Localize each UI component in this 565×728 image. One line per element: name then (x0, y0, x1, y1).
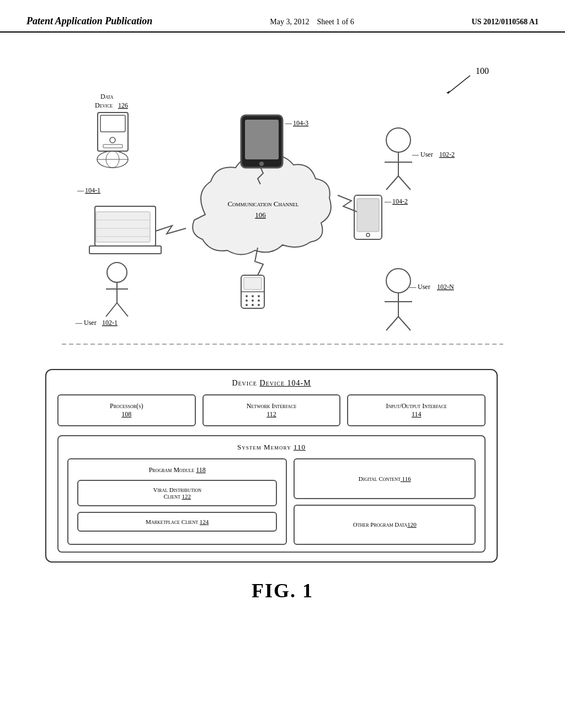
page-header: Patent Application Publication May 3, 20… (0, 0, 565, 33)
processor-row: Processor(s) 108 Network Interface 112 I… (57, 394, 486, 426)
patent-number: US 2012/0110568 A1 (472, 15, 539, 26)
svg-text:—: — (77, 186, 84, 194)
svg-point-32 (386, 128, 411, 152)
system-memory-box: System Memory 110 Program Module 118 Vir… (57, 435, 486, 553)
right-column: Digital Content 116 Other Program Data12… (294, 458, 476, 545)
program-module-title: Program Module 118 (77, 466, 277, 474)
diagram-area: 100 Data Device 126 — 104-1 (45, 44, 520, 602)
svg-rect-28 (245, 120, 279, 159)
svg-rect-4 (100, 115, 125, 132)
processor-label: Processor(s) (110, 402, 143, 410)
svg-point-61 (252, 304, 254, 306)
digital-content-box: Digital Content 116 (294, 458, 476, 499)
svg-text:104-3: 104-3 (293, 119, 308, 127)
svg-line-0 (448, 76, 470, 93)
network-diagram: 100 Data Device 126 — 104-1 (45, 44, 520, 363)
network-svg: 100 Data Device 126 — 104-1 (45, 44, 520, 363)
svg-point-44 (386, 269, 411, 293)
io-iface-ref: 114 (412, 410, 422, 418)
sheet-info: May 3, 2012 Sheet 1 of 6 (270, 15, 354, 26)
sheet-text: Sheet 1 of 6 (317, 18, 354, 26)
svg-text:Communication Channel: Communication Channel (227, 200, 299, 208)
network-iface-ref: 112 (266, 410, 276, 418)
svg-text:— User: — User (75, 319, 97, 326)
svg-rect-14 (96, 212, 150, 242)
svg-point-58 (252, 299, 254, 302)
svg-text:102-N: 102-N (437, 283, 454, 291)
svg-text:104-2: 104-2 (392, 197, 408, 205)
processor-box: Processor(s) 108 (57, 394, 196, 426)
svg-rect-53 (244, 277, 262, 290)
svg-text:102-1: 102-1 (102, 319, 118, 326)
network-interface-box: Network Interface 112 (202, 394, 341, 426)
svg-point-62 (258, 304, 260, 306)
svg-line-48 (398, 317, 411, 330)
ref-100-label: 100 (476, 66, 489, 76)
processor-ref: 108 (121, 410, 131, 418)
svg-text:102-2: 102-2 (439, 151, 455, 158)
viral-distribution-box: Viral DistributionClient 122 (77, 480, 277, 506)
svg-text:104-1: 104-1 (85, 186, 100, 194)
system-memory-title: System Memory 110 (67, 443, 476, 452)
svg-point-18 (107, 263, 127, 282)
publication-title: Patent Application Publication (26, 15, 152, 27)
svg-rect-40 (357, 199, 379, 232)
svg-point-5 (110, 137, 115, 143)
svg-point-55 (252, 295, 254, 297)
svg-point-54 (246, 295, 248, 297)
svg-point-56 (258, 295, 260, 297)
other-program-data-box: Other Program Data120 (294, 505, 476, 545)
figure-label: FIG. 1 (45, 579, 520, 602)
device-box: Device Device 104-M Processor(s) 108 Net… (45, 369, 498, 563)
network-iface-label: Network Interface (247, 402, 297, 410)
svg-text:106: 106 (255, 211, 266, 219)
io-iface-label: Input/Output Interface (386, 402, 446, 410)
svg-point-29 (259, 162, 264, 166)
svg-line-35 (386, 176, 398, 190)
svg-point-57 (246, 299, 248, 302)
data-device-label: Data (100, 93, 114, 100)
main-content: 100 Data Device 126 — 104-1 (0, 33, 565, 613)
svg-line-21 (106, 303, 117, 317)
svg-point-59 (258, 299, 260, 302)
svg-text:—: — (285, 119, 292, 127)
svg-text:—: — (384, 197, 392, 205)
svg-point-60 (246, 304, 248, 306)
device-ref: Device 104-M (259, 379, 311, 387)
memory-inner: Program Module 118 Viral DistributionCli… (67, 458, 476, 545)
device-title: Device Device 104-M (57, 379, 486, 388)
svg-rect-13 (89, 246, 161, 254)
svg-text:— User: — User (409, 283, 430, 291)
marketplace-client-box: Marketplace Client 124 (77, 512, 277, 532)
svg-line-22 (117, 303, 128, 317)
svg-rect-6 (103, 144, 122, 148)
date-text: May 3, 2012 (270, 18, 309, 26)
svg-text:Device: Device (95, 101, 113, 109)
program-module-box: Program Module 118 Viral DistributionCli… (67, 458, 287, 545)
io-interface-box: Input/Output Interface 114 (347, 394, 486, 426)
svg-text:— User: — User (412, 151, 433, 158)
svg-line-47 (386, 317, 398, 330)
svg-point-41 (366, 233, 370, 237)
svg-line-36 (398, 176, 411, 190)
svg-text:126: 126 (118, 101, 128, 109)
